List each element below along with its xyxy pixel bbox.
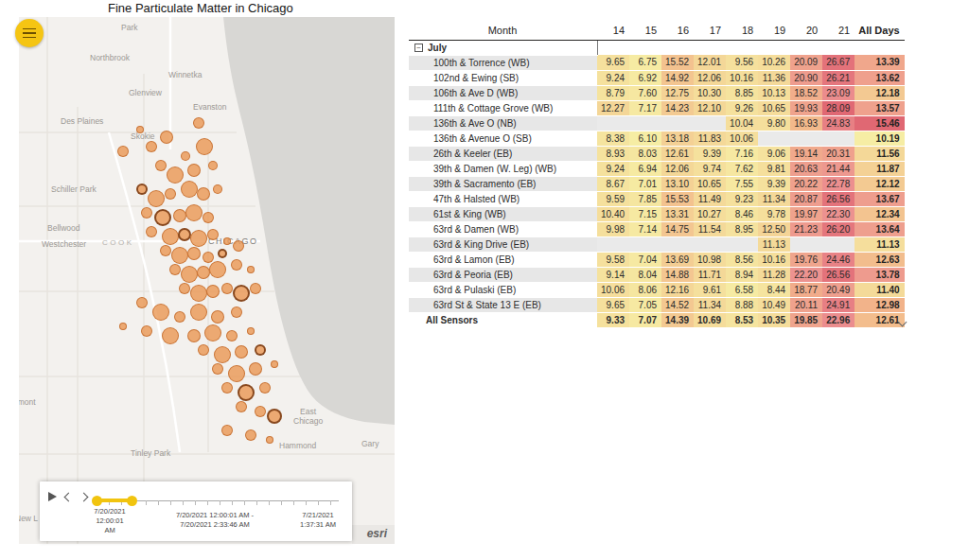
sensor-dot[interactable] — [235, 345, 248, 359]
column-header[interactable]: 19 — [758, 19, 790, 40]
column-header-all-days[interactable]: All Days — [854, 19, 904, 40]
row-label[interactable]: 111th & Cottage Grove (WB) — [409, 100, 597, 115]
sensor-dot[interactable] — [181, 151, 190, 161]
sensor-dot[interactable] — [196, 138, 213, 155]
sensor-dot[interactable] — [198, 344, 209, 356]
table-scroll-down-icon[interactable] — [896, 316, 907, 327]
sensor-dot[interactable] — [221, 382, 233, 394]
sensor-dot[interactable] — [255, 344, 266, 356]
sensor-dot[interactable] — [181, 266, 198, 283]
sensor-dot[interactable] — [171, 247, 188, 264]
column-header[interactable]: 21 — [822, 19, 854, 40]
row-label[interactable]: 63rd & Damen (WB) — [409, 221, 597, 236]
sensor-dot[interactable] — [236, 401, 247, 412]
sensor-dot[interactable] — [266, 436, 273, 444]
sensor-dot[interactable] — [233, 240, 244, 252]
menu-button[interactable] — [15, 19, 44, 47]
sensor-dot[interactable] — [187, 247, 201, 260]
row-header-title[interactable]: Month — [409, 19, 597, 40]
sensor-dot[interactable] — [197, 266, 210, 279]
sensor-dot[interactable] — [197, 187, 210, 201]
row-label[interactable]: 26th & Keeler (EB) — [409, 146, 597, 161]
row-label[interactable]: 63rd & Peoria (EB) — [409, 267, 597, 282]
row-label[interactable]: 61st & King (WB) — [409, 206, 597, 221]
time-slider-handle-start[interactable] — [92, 496, 102, 506]
sensor-dot[interactable] — [212, 363, 223, 375]
sensor-dot[interactable] — [169, 264, 181, 275]
sensor-dot[interactable] — [173, 209, 186, 222]
row-label[interactable]: 63rd & King Drive (EB) — [409, 236, 597, 252]
sensor-dot[interactable] — [117, 146, 129, 157]
sensor-dot[interactable] — [208, 161, 218, 170]
sensor-dot[interactable] — [228, 365, 245, 382]
sensor-dot[interactable] — [141, 207, 152, 219]
sensor-dot[interactable] — [187, 329, 201, 342]
sensor-dot[interactable] — [231, 306, 242, 318]
sensor-dot[interactable] — [119, 323, 127, 330]
group-toggle[interactable]: −July — [409, 40, 597, 55]
sensor-dot[interactable] — [160, 245, 171, 256]
sensor-dot[interactable] — [181, 181, 198, 198]
sensor-dot[interactable] — [249, 362, 262, 376]
sensor-dot[interactable] — [146, 226, 157, 237]
sensor-dot[interactable] — [154, 209, 171, 226]
row-label[interactable]: 63rd & Lamon (EB) — [409, 252, 597, 267]
collapse-icon[interactable]: − — [414, 44, 423, 52]
sensor-dot[interactable] — [193, 117, 204, 129]
sensor-dot[interactable] — [267, 409, 282, 424]
sensor-dot[interactable] — [226, 330, 238, 341]
column-header[interactable]: 18 — [726, 19, 758, 40]
sensor-dot[interactable] — [190, 230, 207, 247]
row-label[interactable]: 63rd & Pulaski (EB) — [409, 282, 597, 297]
sensor-dot[interactable] — [203, 212, 214, 223]
sensor-dot[interactable] — [155, 160, 167, 171]
sensor-dot[interactable] — [185, 204, 203, 221]
sensor-dot[interactable] — [247, 327, 255, 335]
sensor-dot[interactable] — [247, 266, 255, 273]
row-label[interactable]: 136th & Avenue O (SB) — [409, 131, 597, 146]
sensor-dot[interactable] — [152, 304, 169, 321]
sensor-dot[interactable] — [209, 261, 226, 278]
row-label[interactable]: 47th & Halsted (WB) — [409, 191, 597, 206]
sensor-dot[interactable] — [233, 285, 250, 302]
sensor-dot[interactable] — [271, 360, 278, 368]
sensor-dot[interactable] — [190, 304, 207, 321]
row-label[interactable]: 39th & Sacramento (EB) — [409, 176, 597, 191]
sensor-dot[interactable] — [148, 190, 165, 207]
row-label[interactable]: 136th & Ave O (NB) — [409, 115, 597, 131]
play-button[interactable] — [48, 492, 57, 501]
sensor-dot[interactable] — [160, 131, 173, 144]
sensor-dot[interactable] — [190, 285, 207, 302]
sensor-dot[interactable] — [146, 141, 157, 152]
row-label[interactable]: 102nd & Ewing (SB) — [409, 70, 597, 85]
row-label[interactable]: 100th & Torrence (WB) — [409, 55, 597, 70]
sensor-dot[interactable] — [255, 406, 266, 417]
sensor-dot[interactable] — [218, 249, 227, 258]
sensor-dot[interactable] — [141, 325, 152, 337]
sensor-dot[interactable] — [136, 126, 144, 133]
sensor-dot[interactable] — [203, 252, 214, 263]
sensor-dot[interactable] — [214, 346, 231, 363]
sensor-dot[interactable] — [221, 283, 233, 294]
sensor-dot[interactable] — [167, 166, 184, 184]
sensor-dot[interactable] — [238, 384, 255, 401]
sensor-dot[interactable] — [162, 228, 179, 245]
sensor-dot[interactable] — [162, 327, 179, 344]
row-label[interactable]: 63rd St & State 13 E (EB) — [409, 297, 597, 312]
column-header[interactable]: 17 — [694, 19, 726, 40]
sensor-dot[interactable] — [136, 184, 148, 195]
column-header[interactable]: 20 — [790, 19, 822, 40]
sensor-dot[interactable] — [206, 285, 220, 298]
column-header[interactable]: 15 — [629, 19, 661, 40]
sensor-dot[interactable] — [165, 188, 176, 200]
time-slider-handle-end[interactable] — [127, 496, 137, 506]
sensor-dot[interactable] — [178, 228, 191, 241]
sensor-dot[interactable] — [207, 229, 219, 240]
row-label[interactable]: 106th & Ave D (WB) — [409, 85, 597, 100]
step-forward-button[interactable] — [80, 494, 87, 500]
sensor-dot[interactable] — [187, 164, 201, 177]
sensor-dot[interactable] — [245, 429, 256, 441]
sensor-dot[interactable] — [211, 310, 224, 324]
sensor-dot[interactable] — [223, 237, 231, 245]
sensor-dot[interactable] — [204, 324, 221, 341]
